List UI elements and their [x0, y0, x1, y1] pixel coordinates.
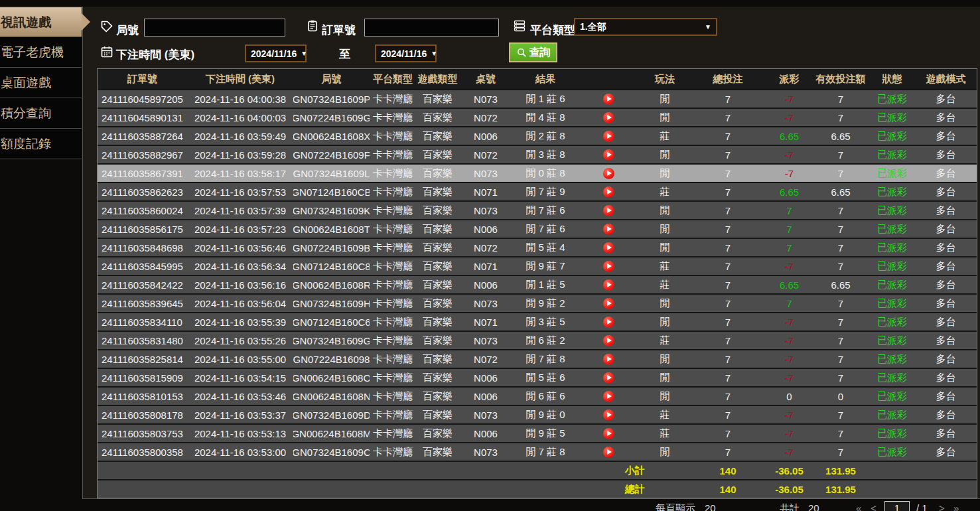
- date-to-select[interactable]: 2024/11/16 ▼: [375, 44, 437, 62]
- table-row[interactable]: 2411160358600242024-11-16 03:57:39GN0732…: [98, 200, 977, 219]
- cell-total-bet: 7: [691, 276, 764, 293]
- cell-bet-time: 2024-11-16 03:53:46: [187, 388, 293, 405]
- play-video-icon[interactable]: [603, 354, 614, 365]
- cell-platform-type: 卡卡灣廳: [370, 165, 416, 182]
- cell-play: [579, 146, 638, 163]
- play-video-icon[interactable]: [603, 186, 614, 198]
- cell-play: [579, 165, 638, 182]
- cell-platform-type: 卡卡灣廳: [370, 406, 416, 423]
- play-video-icon[interactable]: [603, 131, 614, 142]
- table-row[interactable]: 2411160358081782024-11-16 03:53:37GN0732…: [98, 405, 977, 423]
- prev-page-button[interactable]: <: [871, 502, 876, 511]
- round-no-input[interactable]: [144, 19, 285, 36]
- play-video-icon[interactable]: [603, 224, 614, 235]
- table-row[interactable]: 2411160358101532024-11-16 03:53:46GN0062…: [98, 386, 977, 405]
- next-page-button[interactable]: >: [939, 502, 945, 511]
- table-row[interactable]: 2411160358872642024-11-16 03:59:49GN0062…: [98, 126, 977, 145]
- play-video-icon[interactable]: [603, 428, 614, 439]
- table-row[interactable]: 2411160358561752024-11-16 03:57:23GN0062…: [98, 219, 977, 238]
- cell-bet-time: 2024-11-16 04:00:03: [187, 109, 293, 126]
- cell-order-no: 241116035887264: [98, 127, 187, 145]
- table-row[interactable]: 2411160358626232024-11-16 03:57:53GN0712…: [98, 182, 977, 200]
- play-video-icon[interactable]: [603, 205, 614, 216]
- table-row[interactable]: 2411160358258142024-11-16 03:55:00GN0722…: [98, 349, 977, 368]
- order-no-input[interactable]: [364, 19, 499, 36]
- cell-platform-type: 卡卡灣廳: [370, 257, 416, 275]
- cell-game-mode: 多台: [917, 276, 975, 293]
- cell-game-type: 百家樂: [416, 109, 459, 126]
- cell-game-mode: 多台: [917, 295, 975, 312]
- table-row[interactable]: 2411160358829672024-11-16 03:59:28GN0722…: [98, 145, 977, 163]
- sidebar-item[interactable]: 桌面遊戲: [0, 68, 82, 98]
- cell-play-type: 閒: [638, 90, 691, 108]
- calendar-icon: [100, 45, 113, 58]
- cell-game-type: 百家樂: [416, 350, 459, 368]
- pagination-bar: 每頁顯示 20 共計 20 « < 1 / 1 > »: [0, 502, 980, 511]
- cell-payout: 6.65: [764, 127, 814, 145]
- play-video-icon[interactable]: [603, 409, 614, 421]
- order-no-label: 訂單號: [322, 23, 356, 38]
- sidebar-item[interactable]: 視訊遊戲: [0, 7, 82, 37]
- play-video-icon[interactable]: [603, 447, 614, 458]
- table-row[interactable]: 2411160358396452024-11-16 03:56:04GN0732…: [98, 293, 977, 312]
- play-video-icon[interactable]: [603, 149, 614, 161]
- play-video-icon[interactable]: [603, 335, 614, 346]
- round-no-label: 局號: [116, 23, 139, 38]
- per-page-value[interactable]: 20: [705, 502, 716, 511]
- play-video-icon[interactable]: [603, 298, 614, 309]
- table-row[interactable]: 2411160358424222024-11-16 03:56:16GN0062…: [98, 275, 977, 293]
- play-video-icon[interactable]: [603, 94, 614, 105]
- play-video-icon[interactable]: [603, 261, 614, 272]
- cell-valid-bet: 7: [814, 202, 867, 219]
- play-video-icon[interactable]: [603, 168, 614, 179]
- clipboard-icon: [306, 19, 319, 33]
- date-from-select[interactable]: 2024/11/16 ▼: [245, 44, 307, 62]
- search-button[interactable]: 查詢: [509, 42, 557, 62]
- summary-spacer: [98, 480, 579, 498]
- table-row[interactable]: 2411160358486982024-11-16 03:56:46GN0722…: [98, 238, 977, 256]
- cell-table-no: N073: [459, 90, 512, 108]
- betting-records-table: 訂單號下注時間 (美東)局號平台類型遊戲類型桌號結果玩法總投注派彩有效投注額狀態…: [97, 68, 977, 498]
- cell-result: 閒 1 莊 5: [512, 276, 579, 293]
- table-row[interactable]: 2411160358037532024-11-16 03:53:13GN0062…: [98, 423, 977, 442]
- cell-game-mode: 多台: [917, 239, 975, 256]
- last-page-button[interactable]: »: [953, 502, 959, 511]
- first-page-button[interactable]: «: [856, 502, 861, 511]
- current-page-input[interactable]: 1: [884, 501, 910, 511]
- cell-result: 閒 9 莊 2: [512, 295, 579, 312]
- sidebar-item[interactable]: 電子老虎機: [0, 37, 82, 68]
- play-video-icon[interactable]: [603, 112, 614, 123]
- play-video-icon[interactable]: [603, 279, 614, 291]
- table-row[interactable]: 2411160358341102024-11-16 03:55:39GN0712…: [98, 312, 977, 330]
- table-row[interactable]: 2411160358003582024-11-16 03:53:00GN0732…: [98, 442, 977, 461]
- cell-result: 閒 9 莊 5: [512, 425, 579, 442]
- table-row[interactable]: 2411160358459952024-11-16 03:56:34GN0712…: [98, 256, 977, 275]
- cell-play-type: 閒: [638, 313, 691, 330]
- sidebar-item[interactable]: 額度記錄: [0, 129, 82, 159]
- play-video-icon[interactable]: [603, 372, 614, 384]
- cell-status: 已派彩: [867, 295, 917, 312]
- cell-round-no: GN07324B1609D: [293, 406, 370, 423]
- cell-status: 已派彩: [867, 220, 917, 238]
- cell-status: 已派彩: [867, 425, 917, 442]
- cell-result: 閒 7 莊 8: [512, 443, 579, 461]
- cell-game-type: 百家樂: [416, 369, 459, 386]
- cell-order-no: 241116045890131: [98, 109, 187, 126]
- cell-play-type: 莊: [638, 332, 691, 349]
- cell-play: [579, 425, 638, 442]
- table-row[interactable]: 2411160358673912024-11-16 03:58:17GN0732…: [98, 163, 977, 182]
- cell-status: 已派彩: [867, 183, 917, 200]
- summary-spacer: [867, 462, 975, 479]
- sidebar-item[interactable]: 積分查詢: [0, 98, 82, 129]
- column-header: [579, 69, 638, 89]
- play-video-icon[interactable]: [603, 391, 614, 402]
- table-row[interactable]: 2411160458901312024-11-16 04:00:03GN0722…: [98, 108, 977, 126]
- table-row[interactable]: 2411160358159092024-11-16 03:54:15GN0062…: [98, 368, 977, 386]
- platform-type-select[interactable]: 1.全部 ▼: [574, 18, 717, 36]
- play-video-icon[interactable]: [603, 317, 614, 328]
- cell-total-bet: 7: [691, 425, 764, 442]
- cell-round-no: GN00624B1608T: [293, 220, 370, 238]
- play-video-icon[interactable]: [603, 242, 614, 254]
- table-row[interactable]: 2411160358314802024-11-16 03:55:26GN0732…: [98, 330, 977, 349]
- table-row[interactable]: 2411160458972052024-11-16 04:00:38GN0732…: [98, 89, 977, 108]
